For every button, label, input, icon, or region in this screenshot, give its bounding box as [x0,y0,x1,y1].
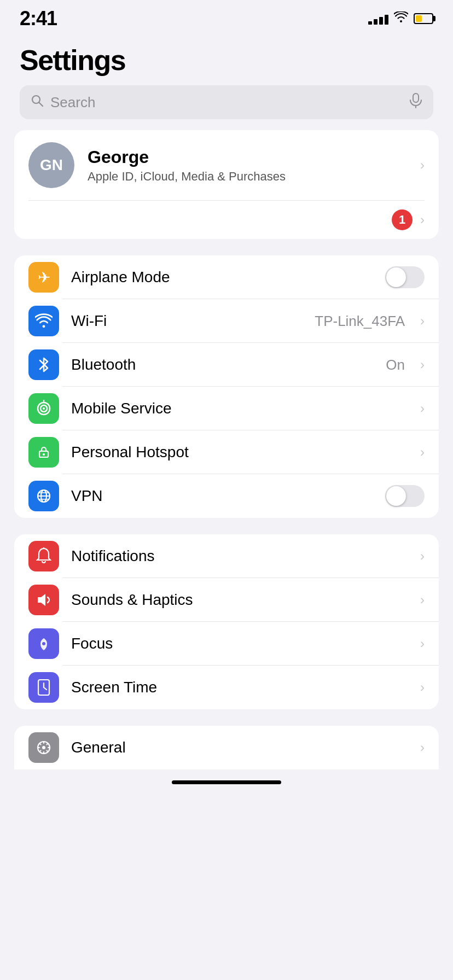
svg-line-1 [39,103,43,107]
focus-chevron-icon: › [420,636,425,651]
screen-time-label: Screen Time [71,679,408,696]
sounds-haptics-label: Sounds & Haptics [71,591,408,609]
bluetooth-label: Bluetooth [71,356,374,374]
signal-bars-icon [368,13,388,25]
settings-row-focus[interactable]: Focus › [14,622,439,666]
mobile-service-chevron-icon: › [420,401,425,416]
notifications-chevron-icon: › [420,549,425,564]
search-icon [31,94,44,110]
profile-card: GN George Apple ID, iCloud, Media & Purc… [14,130,439,239]
general-label: General [71,739,408,756]
battery-fill [416,15,422,22]
svg-point-17 [42,642,45,645]
vpn-label: VPN [71,487,373,505]
general-icon [28,732,59,763]
profile-name: George [88,147,407,167]
screen-time-chevron-icon: › [420,680,425,695]
search-bar-wrap: Search [0,85,453,130]
svg-line-20 [44,687,47,690]
personal-hotspot-chevron-icon: › [420,445,425,460]
airplane-mode-toggle-knob [386,267,406,287]
search-bar[interactable]: Search [20,85,433,119]
network-settings-card: ✈ Airplane Mode Wi-Fi TP-Link_43FA › Blu… [14,255,439,518]
status-icons [368,11,433,26]
profile-chevron-icon: › [420,158,425,173]
wifi-setting-icon [28,306,59,336]
notifications-icon [28,541,59,571]
notification-chevron-icon: › [420,212,425,228]
settings-row-vpn[interactable]: VPN [14,474,439,518]
avatar: GN [28,142,74,188]
notification-badge: 1 [392,209,413,230]
bluetooth-value: On [386,357,405,374]
settings-row-airplane-mode[interactable]: ✈ Airplane Mode [14,255,439,299]
status-bar: 2:41 [0,0,453,33]
status-time: 2:41 [20,7,57,30]
home-indicator [172,780,281,784]
personal-hotspot-icon [28,437,59,468]
bluetooth-chevron-icon: › [420,357,425,372]
microphone-icon[interactable] [409,93,422,112]
focus-label: Focus [71,635,408,652]
notifications-label: Notifications [71,547,408,565]
svg-point-22 [42,746,45,749]
svg-rect-2 [413,94,419,102]
vpn-toggle[interactable] [385,485,425,507]
general-settings-card: Notifications › Sounds & Haptics › Focus… [14,534,439,709]
wifi-label: Wi-Fi [71,312,303,330]
battery-icon [414,13,433,24]
svg-point-6 [43,407,45,410]
settings-row-screen-time[interactable]: Screen Time › [14,666,439,709]
airplane-mode-icon: ✈ [28,262,59,293]
bluetooth-setting-icon [28,349,59,380]
sounds-haptics-icon [28,585,59,615]
general-chevron-icon: › [420,740,425,755]
settings-row-wifi[interactable]: Wi-Fi TP-Link_43FA › [14,299,439,343]
settings-row-personal-hotspot[interactable]: Personal Hotspot › [14,430,439,474]
settings-row-notifications[interactable]: Notifications › [14,534,439,578]
home-indicator-area [0,769,453,798]
wifi-chevron-icon: › [420,313,425,329]
page-title-area: Settings [0,33,453,85]
settings-row-mobile-service[interactable]: Mobile Service › [14,387,439,430]
svg-marker-16 [38,594,45,606]
profile-row[interactable]: GN George Apple ID, iCloud, Media & Purc… [14,130,439,200]
wifi-status-icon [394,11,408,26]
partial-general-card: General › [14,726,439,769]
mobile-service-label: Mobile Service [71,400,408,417]
screen-time-icon [28,672,59,703]
search-placeholder: Search [50,94,403,111]
airplane-mode-toggle[interactable] [385,266,425,288]
mobile-service-icon [28,393,59,424]
profile-subtitle: Apple ID, iCloud, Media & Purchases [88,170,407,184]
focus-icon [28,628,59,659]
personal-hotspot-label: Personal Hotspot [71,444,408,461]
settings-row-sounds-haptics[interactable]: Sounds & Haptics › [14,578,439,622]
airplane-mode-label: Airplane Mode [71,269,373,286]
settings-row-bluetooth[interactable]: Bluetooth On › [14,343,439,387]
page-title: Settings [20,44,433,77]
profile-info: George Apple ID, iCloud, Media & Purchas… [88,147,407,184]
vpn-toggle-knob [386,486,406,506]
wifi-value: TP-Link_43FA [315,313,405,330]
vpn-icon [28,481,59,511]
svg-point-9 [43,453,45,456]
profile-notification-row[interactable]: 1 › [14,201,439,239]
settings-row-general[interactable]: General › [14,726,439,769]
sounds-haptics-chevron-icon: › [420,592,425,608]
